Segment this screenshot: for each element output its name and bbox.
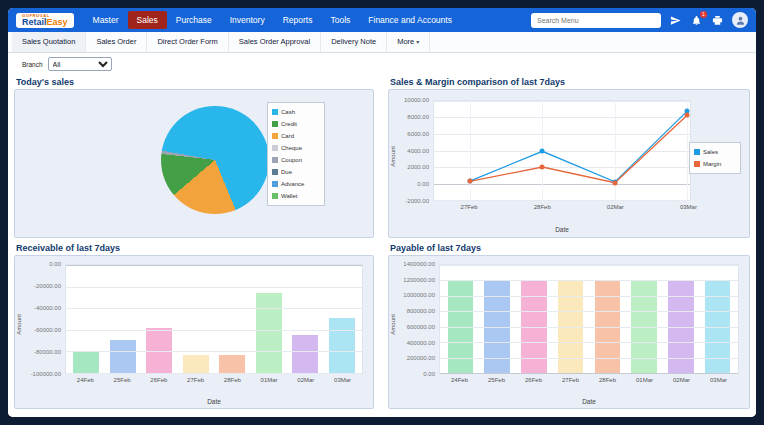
- chart-title-receivable: Receivable of last 7days: [16, 243, 120, 253]
- legend-item-wallet: Wallet: [272, 190, 320, 202]
- data-point-margin: [467, 179, 472, 184]
- branch-select[interactable]: All: [48, 57, 112, 71]
- receivable-bar-chart: Amount 0.00-20000.00-40000.00-60000.00-8…: [14, 255, 374, 409]
- printer-icon[interactable]: [711, 14, 724, 27]
- gridline: [440, 373, 738, 374]
- notification-bell-icon[interactable]: 1: [690, 14, 703, 27]
- x-tick-label: 26Feb: [515, 377, 552, 386]
- gridline: [440, 296, 738, 297]
- submenu-item-sales-order[interactable]: Sales Order: [86, 32, 147, 52]
- legend-item-coupon: Coupon: [272, 154, 320, 166]
- y-tick-label: 1400000.00: [403, 261, 435, 267]
- sales-margin-line-chart: Amount 10000.008000.006000.004000.002000…: [388, 89, 750, 238]
- x-tick-label: 25Feb: [478, 377, 515, 386]
- legend-item-label: Advance: [281, 181, 304, 187]
- y-tick-label: 6000.00: [407, 131, 429, 137]
- legend-item-credit: Credit: [272, 118, 320, 130]
- gridline: [66, 351, 362, 352]
- bar-02mar: [292, 335, 318, 373]
- gridline: [66, 308, 362, 309]
- x-axis-label: Date: [433, 226, 691, 233]
- bar-slot: [105, 265, 142, 373]
- pie-graphic: [161, 106, 269, 214]
- menu-item-finance-and-accounts[interactable]: Finance and Accounts: [359, 11, 461, 29]
- legend-swatch: [694, 161, 700, 167]
- submenu-item-more[interactable]: More▾: [387, 32, 430, 52]
- y-tick-label: 0.00: [417, 181, 429, 187]
- legend-swatch: [272, 169, 278, 175]
- x-tick-label: 27Feb: [552, 377, 589, 386]
- x-tick-label: 01Mar: [251, 377, 288, 386]
- submenu-item-delivery-note[interactable]: Delivery Note: [321, 32, 387, 52]
- bar-25feb: [110, 340, 136, 373]
- y-tick-label: 10000.00: [404, 97, 429, 103]
- legend-item-cash: Cash: [272, 106, 320, 118]
- menu-item-sales[interactable]: Sales: [128, 11, 167, 29]
- menu-item-reports[interactable]: Reports: [274, 11, 322, 29]
- todays-sales-pie-chart: CashCreditCardChequeCouponDueAdvanceWall…: [14, 89, 374, 238]
- menu-item-purchase[interactable]: Purchase: [167, 11, 221, 29]
- bar-plot-area: [439, 264, 739, 374]
- x-axis: 24Feb25Feb26Feb27Feb28Feb01Mar02Mar03Mar: [439, 377, 739, 386]
- submenu-item-sales-order-approval[interactable]: Sales Order Approval: [229, 32, 321, 52]
- x-tick-label: 03Mar: [700, 377, 737, 386]
- x-tick-label: 03Mar: [324, 377, 361, 386]
- legend-item-label: Due: [281, 169, 292, 175]
- y-tick-label: 800000.00: [407, 308, 435, 314]
- legend-swatch: [272, 145, 278, 151]
- gridline: [66, 287, 362, 288]
- send-icon[interactable]: [669, 14, 682, 27]
- legend-item-label: Wallet: [281, 193, 297, 199]
- bar-24feb: [73, 352, 99, 373]
- window-frame: GOFRUGAL RetailEasy MasterSalesPurchaseI…: [0, 0, 764, 425]
- logo-retaileasy-text: RetailEasy: [22, 18, 68, 27]
- x-tick-label: 27Feb: [461, 204, 478, 210]
- x-tick-label: 28Feb: [589, 377, 626, 386]
- x-tick-label: 02Mar: [288, 377, 325, 386]
- x-tick-label: 25Feb: [104, 377, 141, 386]
- y-tick-label: -20000.00: [34, 283, 61, 289]
- x-tick-label: 02Mar: [607, 204, 624, 210]
- bar-slot: [141, 265, 178, 373]
- legend-item-margin: Margin: [694, 158, 736, 170]
- menu-item-tools[interactable]: Tools: [321, 11, 359, 29]
- notification-badge: 1: [700, 11, 707, 18]
- bar-slot: [324, 265, 361, 373]
- legend-swatch: [272, 121, 278, 127]
- submenu-bar: Sales QuotationSales OrderDirect Order F…: [8, 32, 756, 53]
- search-input[interactable]: [531, 13, 661, 28]
- y-tick-label: 0.00: [49, 261, 61, 267]
- chevron-down-icon: ▾: [416, 39, 419, 45]
- x-axis-label: Date: [439, 398, 739, 405]
- gridline: [66, 330, 362, 331]
- x-axis: 27Feb28Feb02Mar03Mar: [433, 204, 691, 213]
- user-avatar[interactable]: [732, 12, 748, 28]
- x-axis-label: Date: [65, 398, 363, 405]
- pie-legend: CashCreditCardChequeCouponDueAdvanceWall…: [267, 102, 325, 206]
- legend-item-advance: Advance: [272, 178, 320, 190]
- y-axis-label: Amount: [390, 146, 396, 167]
- x-tick-label: 03Mar: [680, 204, 697, 210]
- y-tick-label: 8000.00: [407, 114, 429, 120]
- menu-item-inventory[interactable]: Inventory: [221, 11, 274, 29]
- line-legend: SalesMargin: [689, 142, 741, 174]
- y-tick-label: -80000.00: [34, 349, 61, 355]
- line-series-svg: [434, 101, 690, 200]
- chart-title-payable: Payable of last 7days: [390, 243, 481, 253]
- submenu-item-direct-order-form[interactable]: Direct Order Form: [147, 32, 228, 52]
- x-tick-label: 26Feb: [141, 377, 178, 386]
- legend-item-label: Credit: [281, 121, 297, 127]
- legend-item-due: Due: [272, 166, 320, 178]
- y-tick-label: -60000.00: [34, 327, 61, 333]
- gridline: [440, 265, 738, 266]
- legend-swatch: [272, 181, 278, 187]
- legend-item-label: Margin: [703, 161, 721, 167]
- legend-item-cheque: Cheque: [272, 142, 320, 154]
- app-logo: GOFRUGAL RetailEasy: [16, 13, 74, 28]
- submenu-item-sales-quotation[interactable]: Sales Quotation: [12, 32, 86, 52]
- y-tick-label: -2000.00: [405, 198, 429, 204]
- dashboard: Today's sales Sales & Margin comparison …: [8, 75, 756, 417]
- menu-item-master[interactable]: Master: [84, 11, 128, 29]
- x-tick-label: 01Mar: [626, 377, 663, 386]
- y-tick-label: -40000.00: [34, 305, 61, 311]
